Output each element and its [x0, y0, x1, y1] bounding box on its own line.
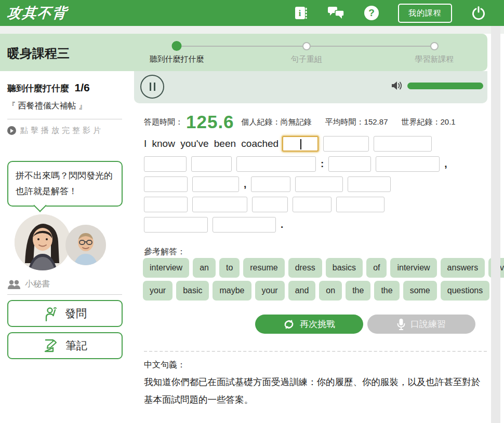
speaking-practice-button[interactable]: 口說練習	[367, 315, 475, 334]
action-buttons: 再次挑戰 口說練習	[255, 315, 475, 334]
section-heading: 聽到什麼打什麼 1/6	[7, 81, 134, 94]
punctuation: ,	[244, 179, 246, 190]
ask-question-button[interactable]: 發問	[7, 300, 123, 327]
answer-input-box[interactable]	[192, 176, 239, 192]
answer-input-box[interactable]	[295, 176, 343, 192]
stats-row: 答題時間： 125.6 個人紀錄：尚無記錄 平均時間：152.87 世界紀錄：2…	[144, 112, 469, 132]
answer-input-box[interactable]	[376, 156, 440, 172]
word-chip[interactable]: dress	[288, 258, 322, 278]
retry-label: 再次挑戰	[300, 318, 335, 330]
world-record: 世界紀錄：20.1	[401, 117, 455, 127]
answer-input-box[interactable]	[192, 197, 247, 212]
answer-input-box[interactable]	[251, 176, 290, 192]
answer-input-box[interactable]	[293, 197, 331, 212]
help-icon[interactable]: ?	[363, 4, 380, 22]
answer-time-value: 125.6	[186, 112, 234, 132]
answer-input-box[interactable]	[144, 217, 208, 233]
play-full-video-label: 點擊播放完整影片	[20, 126, 103, 135]
word-chip[interactable]: basic	[176, 281, 209, 301]
section-title: 聽到什麼打什麼	[7, 84, 69, 93]
answer-row-2: :,	[144, 156, 482, 172]
note-pencil-icon	[43, 338, 57, 353]
word-chip[interactable]: to	[219, 258, 240, 278]
header-actions: i ? 我的課程	[292, 0, 487, 26]
word-chip[interactable]: maybe	[213, 281, 251, 301]
word-chip[interactable]: the	[346, 281, 370, 301]
answer-time-label: 答題時間：	[144, 117, 183, 127]
guide-book-icon[interactable]: i	[292, 4, 310, 22]
course-title: 暖身課程三	[7, 45, 70, 62]
word-chip[interactable]: an	[193, 258, 216, 278]
top-header: 攻其不背 i	[0, 0, 504, 26]
answer-row-1: I know you've been coached	[144, 135, 482, 152]
retry-button[interactable]: 再次挑戰	[255, 315, 363, 334]
chip-row-2: yourbasicmaybeyourandonthethesomequestio…	[143, 281, 486, 301]
lesson-title: 『 西餐禮儀大補帖 』	[7, 101, 134, 112]
word-chip[interactable]: and	[288, 281, 316, 301]
question-mark: ?	[364, 6, 379, 20]
tutor-avatar-male	[65, 225, 106, 265]
average-time: 平均時間：152.87	[325, 117, 388, 127]
course-stepper: 聽到什麼打什麼句子重組學習新課程	[145, 40, 468, 69]
word-chip[interactable]: your	[255, 281, 285, 301]
word-chip[interactable]: some	[403, 281, 437, 301]
word-chip[interactable]: interview	[143, 258, 189, 278]
assistant-label: 小秘書	[25, 279, 50, 290]
answer-input-box[interactable]	[144, 197, 188, 212]
word-chips: interviewantoresumedressbasicsofintervie…	[143, 258, 486, 304]
word-chip[interactable]: answers	[441, 258, 485, 278]
notes-button[interactable]: 筆記	[7, 332, 123, 359]
pause-button[interactable]	[140, 75, 164, 99]
punctuation: ,	[444, 158, 447, 170]
answer-input-box[interactable]	[213, 217, 276, 233]
play-full-video-button[interactable]: 點擊播放完整影片	[7, 126, 134, 135]
power-icon[interactable]	[470, 4, 487, 22]
chinese-meaning-label: 中文句義：	[144, 360, 185, 371]
word-chip[interactable]: interview	[390, 258, 436, 278]
word-chip[interactable]: of	[366, 258, 387, 278]
speaker-icon[interactable]	[391, 80, 403, 91]
tutor-avatar-female	[15, 214, 71, 270]
ask-question-label: 發問	[65, 306, 87, 321]
word-chip[interactable]: your	[143, 281, 173, 301]
text-caret	[300, 139, 301, 149]
chat-icon[interactable]	[327, 4, 345, 22]
answer-row-3: ,	[144, 176, 482, 192]
reference-answer-label: 參考解答：	[144, 247, 185, 257]
word-chip[interactable]: questions	[441, 281, 490, 301]
answer-input-box[interactable]	[144, 176, 188, 192]
word-chip[interactable]: basics	[326, 258, 363, 278]
punctuation: :	[321, 158, 324, 170]
word-chip[interactable]: on	[319, 281, 342, 301]
page-scrollbar[interactable]	[491, 26, 500, 423]
answer-input-box[interactable]	[336, 197, 384, 212]
answer-input-box[interactable]	[374, 136, 432, 152]
answer-input-box[interactable]	[328, 156, 371, 172]
word-chip[interactable]: resume	[243, 258, 284, 278]
sidebar-divider	[7, 119, 122, 119]
step-node-1	[172, 41, 182, 51]
brand-logo[interactable]: 攻其不背	[7, 4, 69, 22]
word-chip[interactable]: the	[374, 281, 399, 301]
answer-input-box[interactable]	[348, 176, 391, 192]
hint-speech-bubble: 拼不出來嗎？閃閃發光的也許就是解答！	[7, 161, 123, 207]
answer-input-box[interactable]	[236, 156, 316, 172]
answer-row-5: .	[144, 216, 482, 233]
answer-input-box[interactable]	[252, 197, 288, 212]
dictation-answer-area: I know you've been coached:,,.	[144, 135, 482, 237]
punctuation: .	[281, 219, 283, 230]
notes-label: 筆記	[65, 338, 87, 353]
answer-input-box[interactable]	[323, 136, 369, 152]
assistant-row: 小秘書	[7, 279, 50, 290]
step-label-3: 學習新課程	[390, 54, 479, 64]
microphone-icon	[397, 318, 405, 331]
my-courses-button[interactable]: 我的課程	[398, 4, 452, 23]
volume-slider[interactable]	[407, 83, 483, 89]
answer-input-box[interactable]	[144, 156, 187, 172]
speaking-practice-label: 口說練習	[410, 318, 446, 330]
chinese-meaning-text: 我知道你們都已在面試基礎方面受過訓練：你的履歷、你的服裝，以及也許甚至對於基本面…	[144, 373, 487, 408]
answer-input-box[interactable]	[191, 156, 232, 172]
answer-input-box-active[interactable]	[282, 136, 319, 152]
step-label-1: 聽到什麼打什麼	[132, 54, 221, 64]
play-icon	[7, 126, 16, 135]
